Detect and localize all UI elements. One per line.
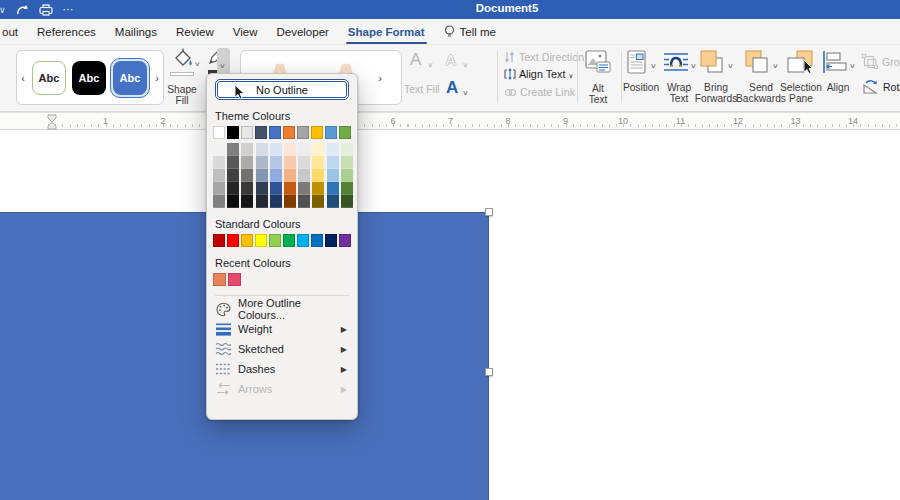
theme-variant-swatch[interactable] (327, 182, 339, 195)
theme-variant-swatch[interactable] (213, 195, 225, 208)
theme-variant-swatch[interactable] (270, 195, 282, 208)
menu-item-dashes[interactable]: Dashes▶ (213, 359, 351, 379)
standard-colour-swatch[interactable] (311, 234, 323, 247)
theme-colour-swatch[interactable] (255, 126, 267, 139)
shape-fill-button[interactable]: Shape Fill (166, 48, 198, 76)
theme-colour-swatch[interactable] (283, 126, 295, 139)
theme-variant-swatch[interactable] (327, 156, 339, 169)
chevron-down-icon[interactable] (428, 58, 433, 69)
theme-variant-swatch[interactable] (256, 169, 268, 182)
theme-variant-swatch[interactable] (327, 169, 339, 182)
theme-variant-swatch[interactable] (341, 143, 353, 156)
chevron-down-icon[interactable] (463, 86, 468, 97)
theme-variant-swatch[interactable] (298, 143, 310, 156)
recent-colour-swatch[interactable] (228, 273, 241, 286)
align-button[interactable]: Align (820, 50, 856, 76)
text-direction-button[interactable]: Text Direction ∨ (504, 51, 592, 63)
shape-style-thumbnail[interactable]: Abc (113, 61, 147, 95)
theme-variant-swatch[interactable] (341, 195, 353, 208)
text-fill-a-icon[interactable]: A (410, 50, 421, 70)
gallery-next-icon[interactable]: › (373, 72, 387, 84)
tab-references[interactable]: References (37, 19, 96, 45)
theme-colour-swatch[interactable] (227, 126, 239, 139)
standard-colour-swatch[interactable] (255, 234, 267, 247)
theme-variant-swatch[interactable] (227, 156, 239, 169)
theme-variant-swatch[interactable] (312, 156, 324, 169)
theme-colour-swatch[interactable] (241, 126, 253, 139)
shape-style-selected[interactable]: Abc (110, 58, 150, 98)
tab-shape-format[interactable]: Shape Format (348, 19, 425, 45)
chevron-down-icon[interactable]: ∨ (0, 5, 6, 15)
menu-item-sketched[interactable]: Sketched▶ (213, 339, 351, 359)
align-text-button[interactable]: Align Text ∨ (504, 68, 573, 80)
tab-mailings[interactable]: Mailings (115, 19, 157, 45)
shape-style-thumbnail[interactable]: Abc (72, 61, 106, 95)
theme-variant-swatch[interactable] (284, 182, 296, 195)
theme-variant-swatch[interactable] (227, 195, 239, 208)
resize-handle-middle-right[interactable] (485, 368, 493, 376)
theme-variant-swatch[interactable] (284, 156, 296, 169)
theme-variant-swatch[interactable] (298, 169, 310, 182)
theme-variant-swatch[interactable] (213, 143, 225, 156)
theme-variant-swatch[interactable] (270, 182, 282, 195)
theme-colour-swatch[interactable] (325, 126, 337, 139)
gallery-next-icon[interactable]: › (151, 72, 163, 84)
theme-colour-swatch[interactable] (269, 126, 281, 139)
text-outline-a-icon[interactable]: A (446, 52, 455, 68)
theme-variant-swatch[interactable] (213, 169, 225, 182)
theme-variant-swatch[interactable] (256, 156, 268, 169)
document-canvas[interactable] (0, 131, 900, 500)
theme-variant-swatch[interactable] (312, 195, 324, 208)
theme-colour-swatch[interactable] (213, 126, 225, 139)
theme-variant-swatch[interactable] (241, 156, 253, 169)
print-icon[interactable] (39, 4, 53, 16)
standard-colour-swatch[interactable] (227, 234, 239, 247)
standard-colour-swatch[interactable] (339, 234, 351, 247)
theme-variant-swatch[interactable] (298, 195, 310, 208)
horizontal-ruler[interactable]: 1234567891011121314 (0, 112, 900, 130)
theme-variant-swatch[interactable] (341, 182, 353, 195)
tab-review[interactable]: Review (176, 19, 214, 45)
theme-variant-swatch[interactable] (241, 143, 253, 156)
standard-colour-swatch[interactable] (325, 234, 337, 247)
theme-variant-swatch[interactable] (213, 182, 225, 195)
theme-colour-swatch[interactable] (297, 126, 309, 139)
theme-variant-swatch[interactable] (227, 182, 239, 195)
theme-variant-swatch[interactable] (213, 156, 225, 169)
indent-marker[interactable] (46, 114, 58, 130)
theme-variant-swatch[interactable] (341, 156, 353, 169)
theme-variant-swatch[interactable] (241, 169, 253, 182)
redo-icon[interactable] (16, 4, 29, 16)
theme-variant-swatch[interactable] (327, 143, 339, 156)
tab-out[interactable]: out (2, 19, 18, 45)
tab-developer[interactable]: Developer (276, 19, 328, 45)
theme-colour-swatch[interactable] (311, 126, 323, 139)
standard-colour-swatch[interactable] (241, 234, 253, 247)
shape-outline-button[interactable] (199, 48, 233, 74)
theme-variant-swatch[interactable] (284, 195, 296, 208)
theme-variant-swatch[interactable] (270, 143, 282, 156)
menu-item-more-outline-colours[interactable]: More Outline Colours... (213, 299, 351, 319)
theme-variant-swatch[interactable] (256, 143, 268, 156)
theme-variant-swatch[interactable] (227, 169, 239, 182)
text-effects-a-icon[interactable]: A (446, 78, 458, 98)
tab-tell-me[interactable]: Tell me (444, 19, 496, 45)
tab-view[interactable]: View (233, 19, 258, 45)
menu-item-no-outline[interactable]: No Outline (215, 79, 349, 100)
chevron-down-icon[interactable] (463, 58, 468, 69)
theme-variant-swatch[interactable] (312, 182, 324, 195)
standard-colour-swatch[interactable] (213, 234, 225, 247)
theme-variant-swatch[interactable] (270, 169, 282, 182)
create-link-button[interactable]: Create Link (504, 86, 575, 98)
theme-variant-swatch[interactable] (312, 169, 324, 182)
theme-variant-swatch[interactable] (241, 182, 253, 195)
theme-variant-swatch[interactable] (241, 195, 253, 208)
alt-text-button[interactable]: Alt Text (581, 50, 615, 76)
theme-colour-swatch[interactable] (339, 126, 351, 139)
theme-variant-swatch[interactable] (298, 182, 310, 195)
rotate-button[interactable]: Rotate (862, 79, 900, 95)
theme-variant-swatch[interactable] (312, 143, 324, 156)
shape-style-thumbnail[interactable]: Abc (32, 61, 66, 95)
selection-pane-button[interactable]: SelectionPane (777, 50, 825, 76)
standard-colour-swatch[interactable] (297, 234, 309, 247)
